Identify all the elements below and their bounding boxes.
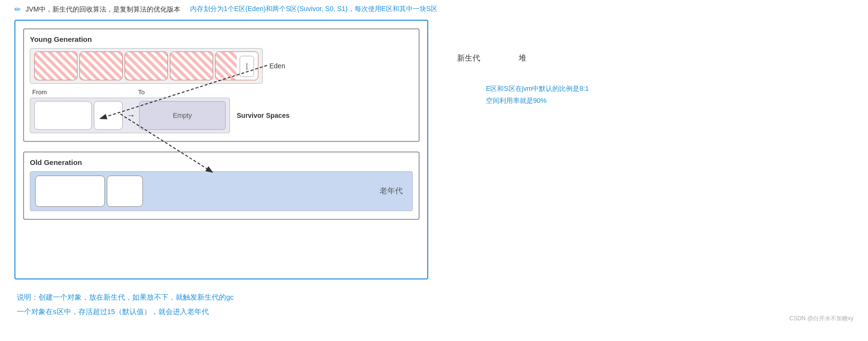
header-subtitle: 内存划分为1个E区(Eden)和两个S区(Suvivor, S0, S1)，每次… [190, 5, 437, 13]
eden-cells: | [30, 48, 263, 84]
to-label: To [138, 88, 145, 96]
footer-text: CSDN @白开水不加糖xy [789, 315, 854, 322]
survivor-row: → Empty Survivor Spaces [30, 98, 413, 133]
old-gen-label: 老年代 [275, 186, 408, 196]
eden-cell-4 [170, 51, 213, 80]
eden-row: | Eden [30, 48, 413, 84]
side-note-text: E区和S区在jvm中默认的比例是8:1 空间利用率就是90% [486, 83, 589, 107]
survivor-cells: → Empty [30, 98, 230, 133]
eden-cell-partial: | [215, 51, 258, 80]
eden-partial-fill [216, 52, 237, 80]
diagram-outer: Young Generation | [14, 20, 428, 279]
header-row: ✏ JVM中，新生代的回收算法，是复制算法的优化版本 内存划分为1个E区(Ede… [14, 5, 854, 14]
old-cell-1 [35, 176, 105, 207]
eden-cell-3 [125, 51, 168, 80]
right-side-labels: 新生代 堆 E区和S区在jvm中默认的比例是8:1 空间利用率就是90% [457, 53, 589, 107]
eden-cell-1 [34, 51, 77, 80]
gen-heap-labels: 新生代 堆 [457, 53, 589, 63]
header-title: JVM中，新生代的回收算法，是复制算法的优化版本 [26, 5, 180, 14]
old-gen-inner: 老年代 [30, 171, 413, 211]
main-row: Young Generation | [14, 20, 854, 279]
from-label: From [30, 88, 133, 96]
footer: CSDN @白开水不加糖xy [789, 315, 854, 323]
young-gen-outer-label: 新生代 [457, 53, 480, 63]
empty-label: Empty [173, 112, 192, 119]
side-note: E区和S区在jvm中默认的比例是8:1 空间利用率就是90% [486, 83, 589, 107]
eden-label: Eden [269, 62, 285, 70]
header-left: ✏ JVM中，新生代的回收算法，是复制算法的优化版本 [14, 5, 180, 14]
side-note-line1: E区和S区在jvm中默认的比例是8:1 [486, 83, 589, 95]
old-gen-section: Old Generation 老年代 [23, 152, 420, 220]
arrow-right: → [127, 111, 135, 121]
bottom-desc: 说明：创建一个对象，放在新生代，如果放不下，就触发新生代的gc 一个对象在s区中… [14, 290, 854, 319]
desc-line2: 一个对象在s区中，存活超过15（默认值），就会进入老年代 [17, 304, 854, 319]
survivor-cell-1 [34, 101, 92, 130]
survivor-labels-row: From To [30, 88, 413, 96]
survivor-empty-cell: Empty [139, 101, 226, 130]
side-note-line2: 空间利用率就是90% [486, 95, 589, 107]
eden-cell-2 [79, 51, 123, 80]
heap-label: 堆 [519, 53, 526, 63]
desc-line1: 说明：创建一个对象，放在新生代，如果放不下，就触发新生代的gc [17, 290, 854, 304]
young-gen-section: Young Generation | [23, 28, 420, 142]
old-cell-small [107, 176, 143, 207]
page-container: ✏ JVM中，新生代的回收算法，是复制算法的优化版本 内存划分为1个E区(Ede… [0, 0, 868, 328]
young-gen-title: Young Generation [30, 35, 413, 43]
old-gen-title: Old Generation [30, 158, 413, 166]
survivor-spaces-label: Survivor Spaces [237, 112, 290, 119]
pencil-icon: ✏ [14, 5, 21, 14]
survivor-cell-small [94, 101, 123, 130]
